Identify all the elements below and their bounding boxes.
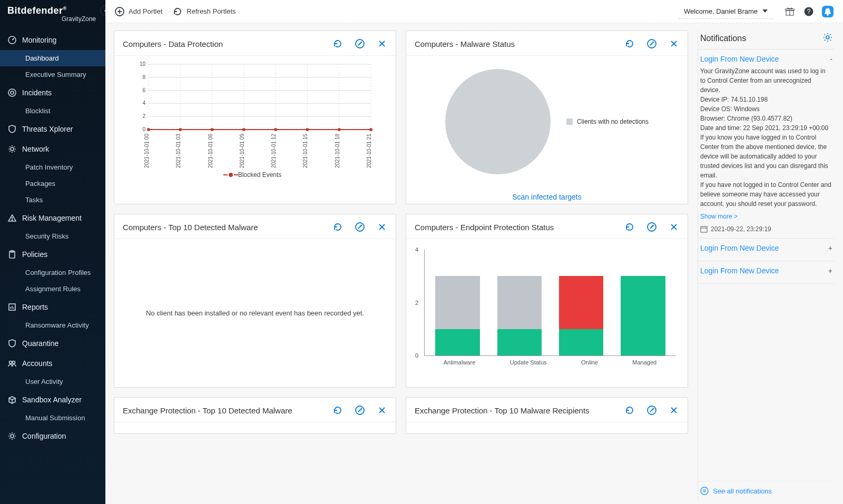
notification-show-more-link[interactable]: Show more >: [700, 213, 738, 220]
nav-section-incidents[interactable]: Incidents: [0, 83, 105, 103]
nav-label: Configuration: [22, 432, 66, 440]
svg-text:?: ?: [807, 8, 811, 15]
close-icon: [377, 39, 387, 48]
svg-point-9: [9, 361, 12, 364]
nav-sub-manual-submission[interactable]: Manual Submission: [0, 410, 105, 426]
portlet-close-button[interactable]: [377, 222, 387, 232]
svg-point-20: [827, 14, 829, 15]
portlet-close-button[interactable]: [377, 38, 387, 49]
nav-sub-executive-summary[interactable]: Executive Summary: [0, 66, 105, 83]
expand-icon[interactable]: +: [828, 266, 832, 275]
nav-section-policies[interactable]: Policies: [0, 244, 105, 264]
nav-section-quarantine[interactable]: Quarantine: [0, 333, 105, 353]
sidebar-collapse-button[interactable]: ‹: [100, 5, 105, 16]
portlet-edit-button[interactable]: [646, 38, 657, 49]
portlet-malware-status: Computers - Malware Status Clients with …: [406, 31, 688, 204]
svg-text:2: 2: [142, 113, 145, 119]
nav-sub-dashboard[interactable]: Dashboard: [0, 50, 105, 66]
notification-title[interactable]: Login From New Device+: [700, 266, 832, 275]
svg-text:2021-10-01 12: 2021-10-01 12: [271, 134, 277, 168]
report-icon: [7, 302, 17, 312]
malware-status-pie: [445, 69, 551, 174]
nav-section-network[interactable]: Network: [0, 139, 105, 159]
svg-rect-65: [701, 226, 707, 232]
nav-sub-patch-inventory[interactable]: Patch Inventory: [0, 159, 105, 175]
nav-sub-tasks[interactable]: Tasks: [0, 192, 105, 208]
collapse-icon[interactable]: -: [830, 55, 832, 63]
malware-status-legend: Clients with no detections: [566, 118, 649, 125]
nav-label: Quarantine: [22, 339, 58, 348]
reload-icon: [625, 406, 634, 415]
notification-date: 2021-09-22, 23:29:19: [700, 225, 832, 233]
user-menu[interactable]: Welcome, Daniel Brame: [679, 4, 773, 19]
see-all-notifications-link[interactable]: See all notifications: [698, 481, 835, 500]
legend-dot-icon: [229, 173, 233, 177]
notification-title[interactable]: Login From New Device+: [700, 244, 832, 252]
nav-section-risk-management[interactable]: Risk Management: [0, 208, 105, 228]
portlet-refresh-button[interactable]: [332, 222, 343, 232]
portlet-close-button[interactable]: [377, 405, 387, 416]
expand-icon[interactable]: +: [828, 244, 832, 252]
svg-text:2021-10-01 00: 2021-10-01 00: [144, 134, 150, 168]
portlet-title: Exchange Protection - Top 10 Malware Rec…: [415, 406, 624, 415]
content: Computers - Data Protection 02468102021-…: [105, 23, 843, 504]
data-protection-chart: 02468102021-10-01 002021-10-01 032021-10…: [121, 61, 389, 166]
nav-sub-packages[interactable]: Packages: [0, 175, 105, 192]
nav-sub-ransomware-activity[interactable]: Ransomware Activity: [0, 317, 105, 333]
portlet-refresh-button[interactable]: [332, 405, 343, 416]
portlet-edit-button[interactable]: [355, 222, 365, 232]
refresh-portlets-button[interactable]: Refresh Portlets: [173, 7, 236, 16]
nav-sub-user-activity[interactable]: User Activity: [0, 373, 105, 390]
close-icon: [377, 222, 387, 232]
portlet-refresh-button[interactable]: [624, 405, 635, 416]
notifications-bell-button[interactable]: [822, 6, 834, 17]
close-icon: [669, 39, 679, 48]
portlet-close-button[interactable]: [669, 38, 679, 49]
portlet-close-button[interactable]: [669, 405, 679, 416]
portlet-edit-button[interactable]: [646, 405, 657, 416]
nav-section-configuration[interactable]: Configuration: [0, 426, 105, 446]
svg-text:2021-10-01 18: 2021-10-01 18: [335, 134, 340, 168]
nav-section-accounts[interactable]: Accounts: [0, 353, 105, 373]
help-icon[interactable]: ?: [803, 6, 815, 17]
notification-item: Login From New Device+: [698, 239, 835, 261]
portlet-title: Exchange Protection - Top 10 Detected Ma…: [123, 406, 332, 415]
notification-title[interactable]: Login From New Device-: [700, 55, 832, 63]
calendar-icon: [700, 225, 708, 233]
plus-circle-icon: [115, 7, 124, 16]
notification-item: Login From New Device-Your GravityZone a…: [698, 50, 835, 239]
nav-section-sandbox-analyzer[interactable]: Sandbox Analyzer: [0, 390, 105, 410]
scan-infected-targets-link[interactable]: Scan infected targets: [512, 193, 582, 201]
portlet-title: Computers - Data Protection: [123, 39, 332, 48]
svg-point-5: [12, 220, 12, 220]
add-portlet-button[interactable]: Add Portlet: [115, 7, 162, 16]
svg-text:2021-10-01 15: 2021-10-01 15: [302, 134, 308, 168]
portlet-close-button[interactable]: [669, 222, 679, 232]
portlet-exchange-recipients: Exchange Protection - Top 10 Malware Rec…: [406, 397, 688, 434]
nav-section-monitoring[interactable]: Monitoring: [0, 30, 105, 50]
portlet-edit-button[interactable]: [355, 405, 365, 416]
svg-text:2021-10-01 21: 2021-10-01 21: [366, 134, 372, 168]
portlet-refresh-button[interactable]: [624, 222, 635, 232]
svg-text:2021-10-01 06: 2021-10-01 06: [208, 134, 213, 168]
gift-icon[interactable]: [784, 6, 796, 17]
add-portlet-label: Add Portlet: [129, 7, 162, 15]
notification-body: Your GravityZone account was used to log…: [700, 66, 832, 209]
nav-section-threats-xplorer[interactable]: Threats Xplorer: [0, 119, 105, 139]
portlet-refresh-button[interactable]: [624, 38, 635, 49]
reload-icon: [333, 406, 342, 415]
portlet-edit-button[interactable]: [355, 38, 365, 49]
gear-icon: [823, 33, 832, 42]
nav-section-reports[interactable]: Reports: [0, 297, 105, 317]
nav-label: Monitoring: [22, 36, 56, 44]
portlet-refresh-button[interactable]: [332, 38, 343, 49]
nav-sub-assignment-rules[interactable]: Assignment Rules: [0, 281, 105, 297]
notifications-settings-button[interactable]: [823, 33, 832, 44]
edit-icon: [647, 39, 656, 48]
nav-sub-configuration-profiles[interactable]: Configuration Profiles: [0, 264, 105, 281]
portlet-edit-button[interactable]: [646, 222, 657, 232]
portlet-data-protection: Computers - Data Protection 02468102021-…: [114, 31, 396, 204]
nav-sub-security-risks[interactable]: Security Risks: [0, 228, 105, 244]
brand: Bitdefender® GravityZone ‹: [0, 0, 105, 27]
nav-sub-blocklist[interactable]: Blocklist: [0, 103, 105, 119]
